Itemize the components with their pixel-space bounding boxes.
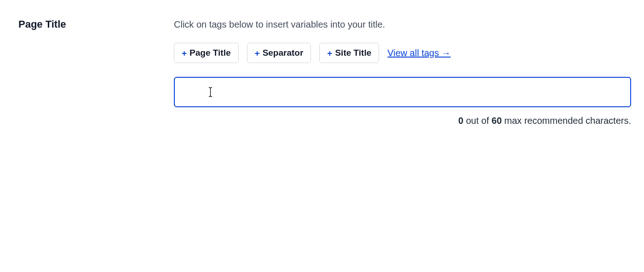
title-input-wrap — [174, 77, 631, 107]
insert-site-title-tag-button[interactable]: + Site Title — [319, 43, 379, 63]
counter-text: max recommended characters. — [502, 116, 631, 126]
tag-row: + Page Title + Separator + Site Title Vi… — [174, 43, 631, 63]
view-all-tags-link[interactable]: View all tags → — [387, 48, 450, 58]
plus-icon: + — [327, 49, 332, 58]
counter-text: out of — [463, 116, 491, 126]
tag-label: Page Title — [190, 48, 230, 58]
insert-separator-tag-button[interactable]: + Separator — [247, 43, 311, 63]
counter-max: 60 — [492, 116, 502, 126]
counter-current: 0 — [458, 116, 463, 126]
insert-page-title-tag-button[interactable]: + Page Title — [174, 43, 239, 63]
field-label: Page Title — [18, 18, 174, 30]
tag-label: Site Title — [335, 48, 371, 58]
plus-icon: + — [255, 49, 260, 58]
page-title-input[interactable] — [174, 77, 631, 107]
plus-icon: + — [182, 49, 187, 58]
tag-label: Separator — [263, 48, 304, 58]
field-description: Click on tags below to insert variables … — [174, 19, 631, 30]
character-counter: 0 out of 60 max recommended characters. — [174, 116, 631, 126]
